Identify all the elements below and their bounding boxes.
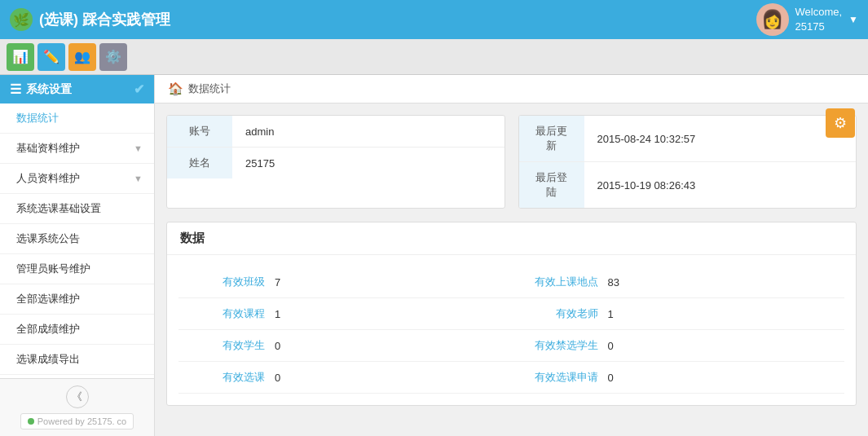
data-right-col: 有效上课地点 83 有效老师 1 有效禁选学生 0 [512,266,845,394]
table-row: 最后登陆 2015-10-19 08:26:43 [519,162,857,209]
data-value: 1 [275,308,280,320]
powered-by: Powered by 25175. co [20,413,134,429]
logo-icon: 🌿 [10,8,33,31]
data-item-banned: 有效禁选学生 0 [512,330,845,362]
content-wrapper: ⚙ 账号 admin 姓名 25175 [155,103,868,417]
chevron-down-icon: ▼ [134,174,143,183]
data-grid: 有效班级 7 有效课程 1 有效学生 0 [178,266,844,394]
sidebar-item-personnel[interactable]: 人员资料维护 ▼ [0,164,154,194]
last-login-label: 最后登陆 [519,162,584,209]
settings-toolbar-btn[interactable]: ⚙️ [99,43,127,71]
hamburger-icon[interactable]: ☰ [10,81,21,97]
table-row: 账号 admin [167,116,504,148]
data-label: 有效上课地点 [525,275,598,289]
collapse-sidebar-button[interactable]: 《 [66,385,89,408]
stats-toolbar-btn[interactable]: 📊 [7,43,34,71]
account-value: admin [232,116,504,148]
header-right: 👩 Welcome, 25175 ▼ [756,3,858,36]
status-dot [28,418,34,425]
toolbar: 📊 ✏️ 👥 ⚙️ [0,39,868,75]
welcome-text: Welcome, 25175 [795,5,843,34]
data-value: 7 [275,276,280,288]
app-title: (选课) 踩合实践管理 [39,10,170,29]
last-info-table: 最后更新 2015-08-24 10:32:57 最后登陆 2015-10-19… [519,116,857,208]
header: 🌿 (选课) 踩合实践管理 👩 Welcome, 25175 ▼ [0,0,868,39]
sidebar-check-icon: ✔ [134,81,144,97]
sidebar-item-announcement[interactable]: 选课系统公告 [0,224,154,254]
sidebar-item-export[interactable]: 选课成绩导出 [0,345,154,375]
data-value: 83 [608,276,619,288]
last-login-value: 2015-10-19 08:26:43 [584,162,857,209]
name-label: 姓名 [167,148,232,179]
account-label: 账号 [167,116,232,148]
data-value: 0 [275,340,280,352]
name-value: 25175 [232,148,504,179]
breadcrumb: 🏠 数据统计 [155,75,868,103]
sidebar-item-label: 选课系统公告 [16,231,80,246]
sidebar-header: ☰ 系统设置 ✔ [0,75,154,103]
account-info-card: 账号 admin 姓名 25175 [166,115,505,209]
data-label: 有效课程 [192,306,265,321]
table-row: 姓名 25175 [167,148,504,179]
last-info-card: 最后更新 2015-08-24 10:32:57 最后登陆 2015-10-19… [518,115,857,209]
data-label: 有效选课 [192,370,265,385]
data-left-col: 有效班级 7 有效课程 1 有效学生 0 [178,266,512,394]
data-item-students: 有效学生 0 [178,330,512,362]
sidebar-item-label: 系统选课基础设置 [16,201,101,216]
avatar: 👩 [756,3,789,36]
data-value: 0 [608,372,614,384]
gear-float-button[interactable]: ⚙ [826,108,855,138]
edit-toolbar-btn[interactable]: ✏️ [37,43,65,71]
sidebar-item-all-grades[interactable]: 全部成绩维护 [0,315,154,345]
data-section-body: 有效班级 7 有效课程 1 有效学生 0 [167,255,856,405]
data-item-applications: 有效选课申请 0 [512,362,845,394]
sidebar-header-left: ☰ 系统设置 [10,81,72,97]
sidebar-item-label: 全部选课维护 [16,292,80,306]
sidebar-item-admin-account[interactable]: 管理员账号维护 [0,254,154,284]
sidebar-item-label: 数据统计 [16,111,59,126]
sidebar-item-label: 全部成绩维护 [16,322,80,337]
data-item-courses: 有效课程 1 [178,298,512,330]
users-toolbar-btn[interactable]: 👥 [68,43,96,71]
data-label: 有效班级 [192,275,265,289]
home-icon: 🏠 [168,81,183,96]
table-row: 最后更新 2015-08-24 10:32:57 [519,116,857,162]
sidebar-item-course-settings[interactable]: 系统选课基础设置 [0,194,154,224]
header-left: 🌿 (选课) 踩合实践管理 [10,8,170,31]
data-item-selections: 有效选课 0 [178,362,512,394]
data-section: 数据 有效班级 7 有效课程 1 [166,222,857,406]
data-item-classes: 有效班级 7 [178,266,512,298]
sidebar-menu: 数据统计 基础资料维护 ▼ 人员资料维护 ▼ 系统选课基础设置 选课系统公告 管… [0,103,154,378]
user-dropdown-arrow[interactable]: ▼ [848,14,858,25]
data-value: 1 [608,308,614,320]
sidebar-footer: 《 Powered by 25175. co [0,378,154,436]
data-label: 有效学生 [192,338,265,353]
breadcrumb-label: 数据统计 [188,81,231,96]
sidebar-item-all-courses[interactable]: 全部选课维护 [0,284,154,315]
sidebar-title: 系统设置 [26,82,72,97]
sidebar-item-basic-data[interactable]: 基础资料维护 ▼ [0,134,154,164]
sidebar: ☰ 系统设置 ✔ 数据统计 基础资料维护 ▼ 人员资料维护 ▼ 系统选课基础设置… [0,75,155,436]
main-layout: ☰ 系统设置 ✔ 数据统计 基础资料维护 ▼ 人员资料维护 ▼ 系统选课基础设置… [0,75,868,436]
sidebar-item-stats[interactable]: 数据统计 [0,103,154,134]
last-update-label: 最后更新 [519,116,584,162]
sidebar-item-label: 管理员账号维护 [16,262,90,276]
content-body: 账号 admin 姓名 25175 最后更新 [155,103,868,417]
data-value: 0 [275,372,280,384]
chevron-down-icon: ▼ [134,143,143,153]
sidebar-item-label: 人员资料维护 [16,171,80,186]
data-label: 有效老师 [525,306,598,321]
last-update-value: 2015-08-24 10:32:57 [584,116,857,162]
sidebar-item-label: 选课成绩导出 [16,352,80,367]
data-section-title: 数据 [167,222,856,255]
info-row: 账号 admin 姓名 25175 最后更新 [166,115,857,209]
data-value: 0 [608,340,614,352]
account-table: 账号 admin 姓名 25175 [167,116,504,178]
sidebar-item-label: 基础资料维护 [16,141,80,156]
data-label: 有效禁选学生 [525,338,598,353]
content-area: 🏠 数据统计 ⚙ 账号 admin 姓名 [155,75,868,436]
data-item-locations: 有效上课地点 83 [512,266,845,298]
data-label: 有效选课申请 [525,370,598,385]
data-item-teachers: 有效老师 1 [512,298,845,330]
